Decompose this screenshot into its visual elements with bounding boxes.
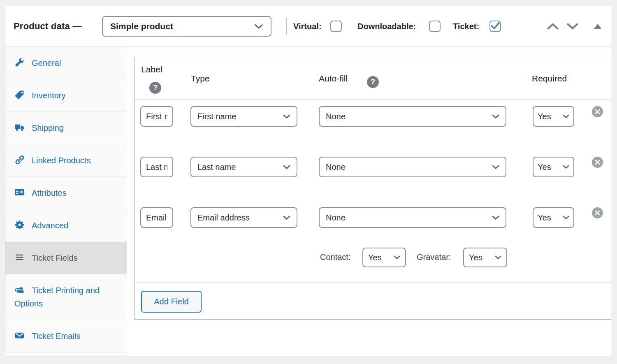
sidebar-item-shipping[interactable]: Shipping bbox=[5, 112, 127, 144]
chevron-down-icon bbox=[563, 114, 569, 118]
ticket-checkbox[interactable] bbox=[489, 21, 501, 32]
product-type-value: Simple product bbox=[110, 21, 173, 31]
chevron-down-icon bbox=[283, 216, 290, 220]
sidebar-item-inventory[interactable]: Inventory bbox=[5, 79, 127, 112]
gravatar-select[interactable]: Yes bbox=[463, 248, 507, 267]
virtual-label: Virtual: bbox=[293, 6, 322, 46]
panel-header: Product data — Simple product Virtual: D… bbox=[5, 6, 612, 46]
chevron-down-icon bbox=[283, 165, 290, 169]
header-divider bbox=[286, 18, 287, 35]
delete-field-button[interactable] bbox=[592, 157, 603, 168]
column-header-label: Label bbox=[141, 65, 162, 74]
field-row: First name None Yes bbox=[135, 106, 611, 128]
sidebar-item-advanced[interactable]: Advanced bbox=[5, 209, 127, 242]
virtual-checkbox[interactable] bbox=[330, 21, 342, 32]
list-lines-icon bbox=[14, 252, 25, 262]
truck-icon bbox=[14, 122, 25, 132]
contact-label: Contact: bbox=[320, 253, 350, 262]
chevron-down-icon bbox=[254, 24, 263, 29]
autofill-help-icon[interactable]: ? bbox=[367, 76, 379, 88]
ticket-fields-panel: Label ? Type Auto-fill ? Required First … bbox=[128, 47, 612, 357]
field-label-input[interactable] bbox=[140, 106, 173, 127]
chevron-down-icon bbox=[563, 216, 569, 220]
sidebar-item-attributes[interactable]: Attributes bbox=[5, 177, 127, 209]
field-type-select[interactable]: First name bbox=[190, 106, 297, 127]
field-label-input[interactable] bbox=[140, 157, 173, 177]
table-header-row: Label ? Type Auto-fill ? Required bbox=[135, 57, 611, 100]
check-icon bbox=[490, 22, 500, 30]
column-header-autofill: Auto-fill bbox=[319, 74, 348, 83]
chevron-down-icon bbox=[492, 165, 499, 169]
ticket-fields-table: Label ? Type Auto-fill ? Required First … bbox=[134, 57, 611, 320]
field-autofill-select[interactable]: None bbox=[319, 106, 506, 127]
gravatar-label: Gravatar: bbox=[417, 253, 451, 262]
label-help-icon[interactable]: ? bbox=[149, 82, 161, 94]
ticket-label: Ticket: bbox=[453, 6, 479, 46]
sidebar-item-label: Attributes bbox=[32, 188, 66, 197]
field-required-select[interactable]: Yes bbox=[533, 207, 574, 228]
tag-icon bbox=[14, 90, 25, 100]
delete-field-button[interactable] bbox=[592, 106, 603, 117]
sidebar-item-label: Ticket Emails bbox=[32, 332, 80, 341]
panel-title: Product data — bbox=[14, 6, 81, 46]
triangle-up-icon bbox=[594, 24, 602, 29]
sidebar-item-label: Linked Products bbox=[32, 156, 90, 165]
sidebar-item-label: Ticket Fields bbox=[32, 253, 78, 262]
sidebar-item-linked-products[interactable]: Linked Products bbox=[5, 144, 127, 177]
chevron-down-icon bbox=[492, 216, 499, 220]
product-type-select[interactable]: Simple product bbox=[102, 16, 271, 37]
delete-field-button[interactable] bbox=[592, 207, 603, 218]
move-down-button[interactable] bbox=[566, 6, 579, 46]
chevron-down-icon bbox=[563, 165, 569, 169]
field-required-select[interactable]: Yes bbox=[533, 157, 574, 177]
sidebar-item-label: General bbox=[32, 58, 61, 67]
close-icon bbox=[595, 210, 600, 216]
field-required-select[interactable]: Yes bbox=[533, 106, 574, 127]
chevron-down-icon bbox=[492, 114, 499, 119]
chevron-up-icon bbox=[547, 23, 559, 30]
email-options-row: Contact: Yes Gravatar: Yes bbox=[135, 248, 611, 268]
column-header-type: Type bbox=[191, 74, 210, 83]
close-icon bbox=[595, 109, 600, 114]
sidebar-item-ticket-fields[interactable]: Ticket Fields bbox=[5, 242, 127, 274]
add-field-button[interactable]: Add Field bbox=[141, 291, 202, 313]
close-icon bbox=[595, 160, 600, 165]
attributes-card-icon bbox=[14, 187, 25, 197]
page: Product data — Simple product Virtual: D… bbox=[0, 0, 617, 364]
chevron-down-icon bbox=[283, 114, 290, 119]
sidebar-item-ticket-printing[interactable]: Ticket Printing and Options bbox=[5, 274, 127, 320]
sidebar-item-label: Advanced bbox=[32, 221, 68, 230]
move-up-button[interactable] bbox=[547, 6, 559, 46]
wrench-icon bbox=[14, 57, 25, 67]
field-autofill-select[interactable]: None bbox=[319, 207, 506, 228]
field-type-select[interactable]: Last name bbox=[190, 157, 297, 177]
link-icon bbox=[14, 155, 25, 165]
toggle-panel-button[interactable] bbox=[594, 6, 602, 46]
gear-icon bbox=[14, 220, 25, 230]
envelope-icon bbox=[14, 330, 25, 341]
field-type-select[interactable]: Email address bbox=[190, 207, 297, 228]
chevron-down-icon bbox=[495, 255, 501, 260]
chevron-down-icon bbox=[394, 255, 400, 260]
field-row: Last name None Yes bbox=[135, 157, 611, 178]
sidebar-item-label: Ticket Printing and Options bbox=[14, 286, 100, 308]
downloadable-label: Downloadable: bbox=[357, 6, 416, 46]
sidebar-item-general[interactable]: General bbox=[5, 47, 127, 79]
tickets-icon bbox=[14, 285, 25, 295]
downloadable-checkbox[interactable] bbox=[429, 21, 441, 32]
field-autofill-select[interactable]: None bbox=[319, 157, 506, 177]
field-label-input[interactable] bbox=[140, 207, 173, 228]
field-row: Email address None Yes bbox=[135, 207, 611, 229]
product-data-tabs: General Inventory Shipping Linked Produc… bbox=[5, 47, 127, 357]
sidebar-item-label: Shipping bbox=[32, 123, 64, 132]
sidebar-item-ticket-emails[interactable]: Ticket Emails bbox=[5, 320, 127, 352]
table-footer-divider bbox=[135, 283, 611, 283]
contact-select[interactable]: Yes bbox=[362, 248, 406, 267]
column-header-required: Required bbox=[532, 74, 567, 83]
chevron-down-icon bbox=[566, 23, 579, 30]
sidebar-item-label: Inventory bbox=[32, 91, 65, 100]
product-data-panel: Product data — Simple product Virtual: D… bbox=[5, 6, 612, 357]
